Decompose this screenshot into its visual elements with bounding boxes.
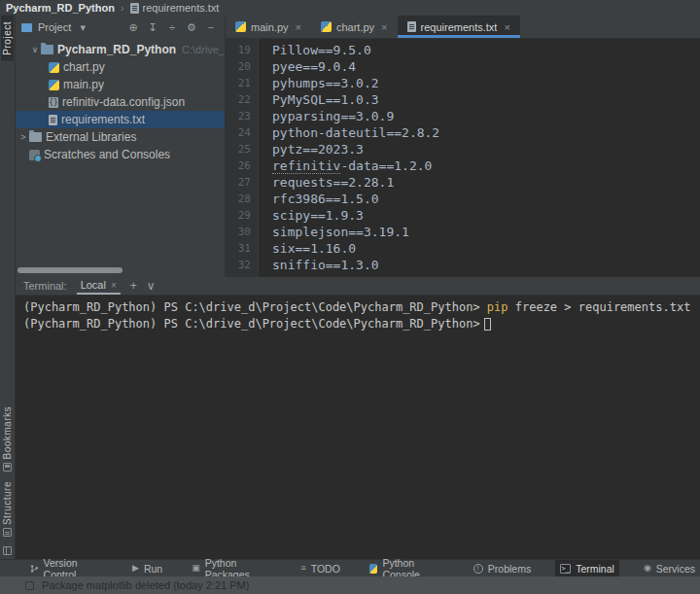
project-dropdown-icon[interactable]: ▾	[75, 21, 90, 34]
folder-icon	[41, 45, 53, 54]
code-line: 28rfc3986==1.5.0	[226, 191, 700, 207]
toolwindow-label: Run	[144, 563, 162, 575]
code-line: 32sniffio==1.3.0	[226, 257, 700, 273]
breadcrumb-file[interactable]: requirements.txt	[143, 2, 220, 14]
stripe-structure-button[interactable]: Structure	[1, 481, 14, 537]
status-bar: Package matplotlib deleted (today 2:21 P…	[0, 577, 700, 594]
line-number: 27	[226, 174, 259, 191]
stripe-bookmarks-button[interactable]: Bookmarks	[1, 406, 14, 472]
status-message[interactable]: Package matplotlib deleted (today 2:21 P…	[42, 579, 249, 591]
line-text-rest: -data==1.2.0	[340, 158, 432, 173]
collapse-all-icon[interactable]: ÷	[164, 21, 180, 33]
toolwindow-todo[interactable]: ≡ TODO	[296, 560, 344, 577]
project-panel-title[interactable]: Project	[38, 21, 71, 33]
line-text: simplejson==3.19.1	[259, 224, 409, 240]
editor-pane[interactable]: 19Pillow==9.5.0 20pyee==9.0.4 21pyhumps=…	[226, 39, 700, 277]
tree-row-main-py[interactable]: main.py	[16, 76, 225, 93]
hide-panel-icon[interactable]: −	[203, 21, 219, 33]
expand-all-icon[interactable]: ↧	[145, 21, 160, 34]
tree-row-external-libraries[interactable]: > External Libraries	[16, 128, 225, 146]
services-icon: ◉	[644, 564, 651, 573]
toolwindow-python-packages[interactable]: ▣ Python Packages	[187, 560, 276, 577]
spellcheck-underlined-text: refinitiv	[272, 158, 340, 174]
toolwindow-run[interactable]: ▶ Run	[127, 560, 167, 577]
code-line: 25pytz==2023.3	[226, 141, 700, 157]
chevron-right-icon[interactable]: >	[18, 128, 29, 146]
code-line: 23pyparsing==3.0.9	[226, 108, 700, 124]
tree-row-requirements-txt[interactable]: requirements.txt	[16, 111, 225, 128]
scratches-icon	[29, 150, 40, 160]
code-line: 27requests==2.28.1	[226, 174, 700, 191]
terminal-output[interactable]: (Pycharm_RD_Python) PS C:\drive_d\Projec…	[16, 296, 700, 559]
todo-icon: ≡	[300, 564, 305, 573]
branch-icon	[30, 564, 39, 574]
editor-tab-bar: main.py × chart.py × requirements.txt ×	[226, 16, 700, 39]
chevron-down-icon[interactable]: ∨	[147, 279, 156, 293]
tree-root-label: Pycharm_RD_Python	[57, 41, 176, 58]
code-line: 21pyhumps==3.0.2	[226, 75, 700, 91]
window-layout-icon[interactable]	[3, 546, 12, 555]
breadcrumb-separator-icon: ›	[121, 2, 124, 14]
terminal-icon: >_	[560, 564, 571, 574]
close-icon[interactable]: ×	[381, 21, 387, 33]
project-horizontal-scrollbar[interactable]	[18, 267, 122, 273]
tree-row-scratches[interactable]: Scratches and Consoles	[16, 146, 225, 163]
event-log-icon[interactable]	[25, 581, 34, 590]
problems-icon: !	[473, 564, 483, 574]
stripe-project-button[interactable]: Project	[1, 16, 14, 61]
close-icon[interactable]: ×	[296, 21, 301, 33]
line-number: 25	[226, 141, 259, 157]
breadcrumb-project[interactable]: Pycharm_RD_Python	[6, 2, 115, 14]
tree-item-label: External Libraries	[46, 128, 136, 146]
line-text: six==1.16.0	[259, 240, 356, 257]
line-text: python-dateutil==2.8.2	[259, 124, 439, 141]
tree-row-refinitiv-config[interactable]: {} refinitiv-data.config.json	[16, 93, 225, 111]
tree-row-chart-py[interactable]: chart.py	[16, 58, 225, 76]
terminal-cursor	[484, 318, 491, 331]
tab-main-py[interactable]: main.py ×	[226, 16, 311, 38]
code-line: 33	[226, 273, 700, 277]
tab-chart-py[interactable]: chart.py ×	[311, 16, 398, 38]
tree-root-path: C:\drive_d\Project	[182, 41, 225, 58]
toolwindow-problems[interactable]: ! Problems	[469, 560, 536, 577]
json-file-icon: {}	[49, 97, 58, 108]
tree-row-project-root[interactable]: ∨ Pycharm_RD_Python C:\drive_d\Project	[16, 41, 225, 58]
python-console-icon	[369, 564, 378, 574]
pycharm-window: Pycharm_RD_Python › requirements.txt Pro…	[0, 0, 700, 594]
line-text: scipy==1.9.3	[259, 207, 364, 224]
project-tree: ∨ Pycharm_RD_Python C:\drive_d\Project c…	[16, 39, 225, 163]
new-session-icon[interactable]: +	[130, 279, 137, 293]
locate-file-icon[interactable]: ⊕	[125, 21, 141, 34]
toolwindow-services[interactable]: ◉ Services	[639, 560, 700, 577]
line-number: 28	[226, 191, 259, 207]
toolwindow-version-control[interactable]: Version Control	[25, 560, 108, 577]
line-number: 20	[226, 58, 259, 75]
line-text: pyhumps==3.0.2	[259, 75, 379, 91]
terminal-title: Terminal:	[23, 280, 67, 292]
tab-label: requirements.txt	[421, 21, 498, 33]
python-file-icon	[235, 21, 246, 32]
chevron-down-icon[interactable]: ∨	[29, 41, 41, 58]
tree-item-label: refinitiv-data.config.json	[62, 93, 185, 111]
tab-label: chart.py	[336, 21, 374, 33]
tree-item-label: chart.py	[63, 58, 105, 76]
project-panel: Project ▾ ⊕ ↧ ÷ ⚙ − ∨ Pycharm_RD_Pyt	[16, 16, 226, 277]
terminal-panel: Terminal: Local × + ∨ (Pycharm_RD_Python…	[16, 277, 700, 559]
toolwindow-terminal[interactable]: >_ Terminal	[555, 560, 619, 577]
line-text: Pillow==9.5.0	[259, 42, 371, 58]
line-number: 24	[226, 124, 259, 141]
panel-settings-icon[interactable]: ⚙	[184, 21, 199, 34]
code-line: 26refinitiv-data==1.2.0	[226, 157, 700, 174]
line-number: 23	[226, 108, 259, 124]
text-file-icon	[49, 115, 57, 125]
tab-requirements-txt[interactable]: requirements.txt ×	[398, 16, 520, 38]
line-text: refinitiv-data==1.2.0	[259, 157, 432, 174]
tree-item-label: Scratches and Consoles	[44, 146, 170, 163]
terminal-command-head: pip	[487, 300, 508, 314]
terminal-tab-local[interactable]: Local ×	[77, 277, 121, 295]
toolwindow-python-console[interactable]: Python Console	[365, 560, 449, 577]
close-icon[interactable]: ×	[111, 280, 117, 291]
close-icon[interactable]: ×	[504, 21, 509, 33]
line-number: 21	[226, 75, 259, 91]
line-number: 33	[226, 273, 259, 277]
